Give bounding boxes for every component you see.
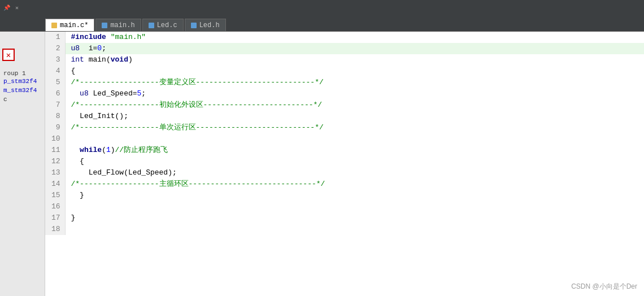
table-row: 15 } <box>45 190 644 201</box>
title-bar: 📌 ✕ <box>0 0 644 16</box>
table-row: 7 /*------------------初始化外设区------------… <box>45 99 644 111</box>
table-row: 18 <box>45 224 644 235</box>
line-number-17: 17 <box>45 212 65 224</box>
table-row: 8 Led_Init(); <box>45 111 644 122</box>
table-row: 4 { <box>45 66 644 77</box>
code-line-10 <box>65 133 644 145</box>
table-row: 16 <box>45 201 644 212</box>
table-row: 13 Led_Flow(Led_Speed); <box>45 167 644 179</box>
sidebar-group-label: roup 1 <box>2 70 42 77</box>
tab-main-c[interactable]: main.c* <box>45 19 94 31</box>
line-number-3: 3 <box>45 54 65 66</box>
code-table: 1 #include "main.h" 2 u8 i=0; 3 int main… <box>45 32 644 235</box>
code-line-14: /*------------------主循环区----------------… <box>65 179 644 190</box>
line-number-2: 2 <box>45 43 65 54</box>
code-line-1: #include "main.h" <box>65 32 644 43</box>
code-line-3: int main(void) <box>65 54 644 66</box>
line-number-15: 15 <box>45 190 65 201</box>
table-row: 1 #include "main.h" <box>45 32 644 43</box>
line-number-18: 18 <box>45 224 65 235</box>
line-number-5: 5 <box>45 77 65 88</box>
code-line-4: { <box>65 66 644 77</box>
code-line-8: Led_Init(); <box>65 111 644 122</box>
line-number-4: 4 <box>45 66 65 77</box>
code-line-6: u8 Led_Speed=5; <box>65 88 644 99</box>
window-close-icon[interactable]: ✕ <box>12 3 21 12</box>
code-line-17: } <box>65 212 644 224</box>
tab-dot-led-h <box>191 23 197 28</box>
line-number-12: 12 <box>45 156 65 167</box>
code-line-18 <box>65 224 644 235</box>
sidebar-close-button[interactable]: ✕ <box>2 49 15 61</box>
table-row: 14 /*------------------主循环区-------------… <box>45 179 644 190</box>
code-line-9: /*------------------单次运行区---------------… <box>65 122 644 133</box>
table-row: 5 /*------------------变量定义区-------------… <box>45 77 644 88</box>
tab-label-main-h: main.h <box>110 21 134 29</box>
table-row: 11 while(1)//防止程序跑飞 <box>45 145 644 156</box>
line-number-14: 14 <box>45 179 65 190</box>
tab-label-led-c: Led.c <box>157 21 177 29</box>
table-row: 9 /*------------------单次运行区-------------… <box>45 122 644 133</box>
main-area: ✕ roup 1 p_stm32f4 m_stm32f4 c 1 #includ… <box>0 32 644 296</box>
tab-led-h[interactable]: Led.h <box>185 19 226 31</box>
line-number-1: 1 <box>45 32 65 43</box>
sidebar-item-m-stm32f4[interactable]: m_stm32f4 <box>2 86 42 95</box>
table-row: 2 u8 i=0; <box>45 43 644 54</box>
line-number-13: 13 <box>45 167 65 179</box>
title-bar-icons: 📌 ✕ <box>2 3 21 12</box>
line-number-9: 9 <box>45 122 65 133</box>
line-number-6: 6 <box>45 88 65 99</box>
code-line-5: /*------------------变量定义区---------------… <box>65 77 644 88</box>
line-number-16: 16 <box>45 201 65 212</box>
table-row: 12 { <box>45 156 644 167</box>
code-line-12: { <box>65 156 644 167</box>
table-row: 10 <box>45 133 644 145</box>
table-row: 17 } <box>45 212 644 224</box>
line-number-10: 10 <box>45 133 65 145</box>
pin-icon[interactable]: 📌 <box>2 3 11 12</box>
tab-dot-main-c <box>51 23 57 28</box>
code-line-16 <box>65 201 644 212</box>
tab-main-h[interactable]: main.h <box>95 19 141 31</box>
tab-label-led-h: Led.h <box>199 21 220 29</box>
sidebar: ✕ roup 1 p_stm32f4 m_stm32f4 c <box>0 32 45 296</box>
sidebar-item-c: c <box>2 95 42 104</box>
tab-bar: main.c* main.h Led.c Led.h <box>0 16 644 32</box>
code-line-13: Led_Flow(Led_Speed); <box>65 167 644 179</box>
tab-dot-led-c <box>149 23 154 28</box>
line-number-7: 7 <box>45 99 65 111</box>
tab-led-c[interactable]: Led.c <box>142 19 184 31</box>
watermark: CSDN @小向是个Der <box>571 282 637 291</box>
table-row: 3 int main(void) <box>45 54 644 66</box>
line-number-11: 11 <box>45 145 65 156</box>
tab-dot-main-h <box>102 23 107 28</box>
code-line-2: u8 i=0; <box>65 43 644 54</box>
main-window: 📌 ✕ main.c* main.h Led.c Led.h ✕ roup 1 <box>0 0 644 296</box>
sidebar-item-p-stm32f4[interactable]: p_stm32f4 <box>2 77 42 86</box>
code-line-11: while(1)//防止程序跑飞 <box>65 145 644 156</box>
table-row: 6 u8 Led_Speed=5; <box>45 88 644 99</box>
tab-label-main-c: main.c* <box>60 21 88 29</box>
line-number-8: 8 <box>45 111 65 122</box>
code-line-7: /*------------------初始化外设区--------------… <box>65 99 644 111</box>
code-editor[interactable]: 1 #include "main.h" 2 u8 i=0; 3 int main… <box>45 32 644 296</box>
code-line-15: } <box>65 190 644 201</box>
